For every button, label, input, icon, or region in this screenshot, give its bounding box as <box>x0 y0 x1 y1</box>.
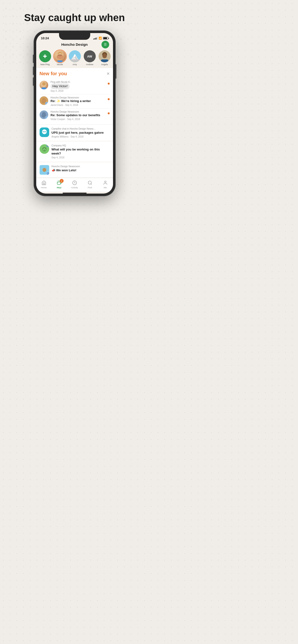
tab-activity[interactable]: Activity <box>67 180 82 189</box>
hey-tab-label: Hey! <box>57 186 62 189</box>
newsroom-badge-overlay: ☰ <box>45 102 48 105</box>
phone-frame: 10:24 📶 Honcho Design ☰ <box>34 31 115 196</box>
new-for-you-section: New for you ✕ Ping with Nicole <box>36 68 113 124</box>
svg-point-37 <box>43 149 44 150</box>
svg-point-34 <box>45 131 46 132</box>
tab-bar: Home 1 Hey! <box>36 178 113 192</box>
jared-message-item[interactable]: ☰ Honcho Design Newsroom Re: ✨ We're hir… <box>40 94 110 108</box>
filter-button[interactable]: ☰ <box>101 41 109 48</box>
svg-point-6 <box>60 54 61 56</box>
main-content: New for you ✕ Ping with Nicole <box>36 68 113 178</box>
nicole-avatar <box>54 50 66 62</box>
campfire-meta: Angela Williams · Sep 4, 2018 <box>52 135 110 138</box>
newsroom-won-content: Honcho Design Newsroom 📣 We won Leto! <box>52 165 110 172</box>
me-tab-icon <box>102 180 108 186</box>
status-icons: 📶 <box>93 37 108 40</box>
amy-avatar <box>69 50 81 62</box>
campfire-channel: Campfire chat in Honcho Design Newsr... <box>52 128 110 130</box>
nicole-message-date: Sep 4, 2018 <box>51 90 105 92</box>
nicole-face <box>54 50 66 62</box>
story-item-amy[interactable]: Amy <box>69 50 81 66</box>
story-label-new-ping: New Ping <box>40 63 50 66</box>
svg-point-33 <box>44 131 45 132</box>
tab-hey[interactable]: 1 Hey! <box>52 180 67 189</box>
company-hq-feed-item[interactable]: 🔔 Company HQ What will you be working on… <box>36 141 113 162</box>
jared-message-meta: Jared Davis · Sep 4, 2018 <box>51 104 105 106</box>
nicole-msg-illustration <box>40 81 48 89</box>
story-item-andrew[interactable]: AW Andrew <box>84 50 96 66</box>
newsroom-feed-avatar: ☰ <box>40 165 49 175</box>
company-hq-avatar: 🔔 <box>40 144 49 154</box>
story-label-angela: Angela <box>101 63 108 66</box>
activity-tab-label: Activity <box>71 186 78 189</box>
victor-unread-dot <box>108 112 110 114</box>
story-item-nicole[interactable]: Nicole <box>54 50 66 66</box>
svg-point-5 <box>59 54 59 56</box>
me-icon <box>103 180 108 185</box>
nicole-message-avatar <box>40 81 48 89</box>
page-headline: Stay caught up when <box>14 0 134 31</box>
svg-point-23 <box>42 82 46 86</box>
newsroom-won-feed-item[interactable]: ☰ Honcho Design Newsroom 📣 We won Leto! <box>36 162 113 178</box>
signal-icon <box>93 37 98 40</box>
svg-point-32 <box>43 131 44 132</box>
chat-bubble-icon <box>41 129 48 136</box>
amy-mountain-illustration <box>69 50 81 62</box>
nicole-message-text: Hey Victor! <box>51 84 105 89</box>
victor-message-text: Re: Some updates to our benefits <box>51 113 105 118</box>
home-tab-label: Home <box>41 186 47 189</box>
nicole-illustration <box>54 50 66 62</box>
company-hq-channel: Company HQ <box>52 144 110 147</box>
nicole-message-item[interactable]: Ping with Nicole K. Hey Victor! Sep 4, 2… <box>40 79 110 94</box>
home-tab-icon <box>41 180 47 186</box>
angela-illustration <box>99 50 111 62</box>
campfire-feed-item[interactable]: Campfire chat in Honcho Design Newsr... … <box>36 124 113 141</box>
story-item-angela[interactable]: Angela <box>99 50 111 66</box>
nav-title: Honcho Design <box>61 42 88 46</box>
svg-point-15 <box>102 54 107 58</box>
victor-message-content: Honcho Design Newsroom Re: Some updates … <box>51 110 105 120</box>
svg-point-38 <box>45 149 46 150</box>
svg-rect-4 <box>57 60 63 62</box>
jared-message-avatar: ☰ <box>40 96 48 105</box>
status-time: 10:24 <box>41 36 49 40</box>
company-hq-content: Company HQ What will you be working on t… <box>52 144 110 159</box>
newsroom-feed-badge: ☰ <box>46 172 49 175</box>
filter-icon: ☰ <box>104 43 107 46</box>
campfire-feed-content: Campfire chat in Honcho Design Newsr... … <box>52 128 110 138</box>
nicole-unread-dot <box>108 83 110 84</box>
svg-rect-24 <box>42 88 46 89</box>
svg-point-45 <box>43 169 46 172</box>
angela-avatar <box>99 50 111 62</box>
victor-message-avatar: ☰ <box>40 110 48 119</box>
victor-message-channel: Honcho Design Newsroom <box>51 110 105 113</box>
jared-message-text: Re: ✨ We're hiring a writer <box>51 99 105 103</box>
andrew-avatar: AW <box>84 50 96 62</box>
svg-rect-11 <box>69 60 81 62</box>
svg-point-19 <box>103 54 104 55</box>
story-item-new-ping[interactable]: ✚ New Ping <box>39 50 51 66</box>
tab-find[interactable]: Find <box>82 180 98 189</box>
tab-home[interactable]: Home <box>36 180 52 189</box>
victor-message-item[interactable]: ☰ Honcho Design Newsroom Re: Some update… <box>40 108 110 122</box>
nicole-message-bubble: Hey Victor! <box>51 84 70 89</box>
campfire-text: UPS just got here, packages galore <box>52 130 110 135</box>
activity-tab-icon <box>72 180 77 186</box>
jared-message-content: Honcho Design Newsroom Re: ✨ We're hirin… <box>51 96 105 106</box>
phone-notch <box>59 33 90 40</box>
nicole-message-content: Ping with Nicole K. Hey Victor! Sep 4, 2… <box>51 81 105 92</box>
tab-me[interactable]: Me <box>98 180 113 189</box>
story-label-amy: Amy <box>73 63 77 66</box>
phone-screen: 10:24 📶 Honcho Design ☰ <box>36 33 113 194</box>
me-tab-label: Me <box>104 186 107 189</box>
svg-point-41 <box>44 147 45 148</box>
battery-icon <box>103 37 108 40</box>
company-hq-meta: Sep 4, 2018 <box>52 156 110 159</box>
activity-icon <box>72 180 77 185</box>
new-for-you-title: New for you <box>40 71 67 76</box>
find-icon <box>88 180 92 185</box>
nav-header: Honcho Design ☰ <box>36 41 113 48</box>
close-new-for-you-button[interactable]: ✕ <box>106 72 110 76</box>
victor-newsroom-badge: ☰ <box>45 116 48 119</box>
jared-message-channel: Honcho Design Newsroom <box>51 96 105 99</box>
